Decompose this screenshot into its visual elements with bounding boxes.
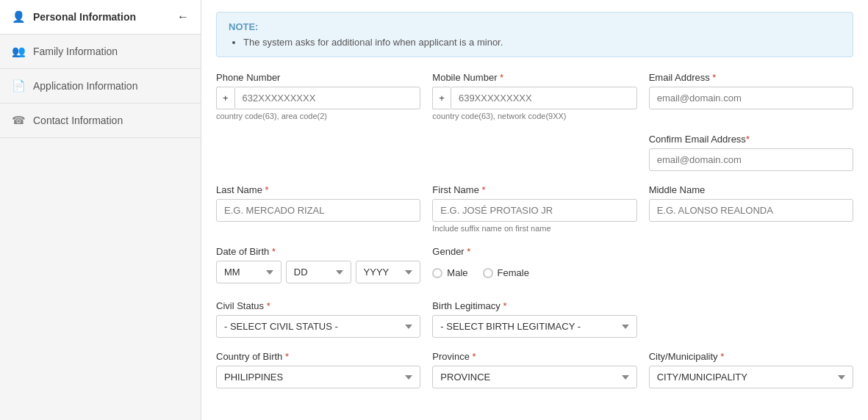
name-fields-row: Last Name * First Name * Include suffix … [216,184,853,233]
last-name-label: Last Name * [216,184,420,195]
sidebar-label-personal: Personal Information [33,11,136,23]
dob-selects: MM 01020304 05060708 09101112 DD YYYY [216,261,420,283]
application-icon: 📄 [12,79,26,93]
phone-icon: ☎ [12,114,26,127]
civil-status-label: Civil Status * [216,300,420,311]
sidebar-label-family: Family Information [33,46,118,57]
sidebar-label-contact: Contact Information [33,115,123,126]
country-birth-label: Country of Birth * [216,351,420,362]
mobile-number-group: Mobile Number * + country code(63), netw… [432,72,636,120]
email-input[interactable] [649,87,853,109]
country-birth-select[interactable]: PHILIPPINES [216,366,420,388]
middle-name-label: Middle Name [649,184,853,195]
dob-group: Date of Birth * MM 01020304 05060708 091… [216,246,420,287]
mobile-input-wrapper: + [432,87,636,109]
sidebar-label-application: Application Information [33,80,137,92]
gender-options: Male Female [432,262,636,287]
last-name-input[interactable] [216,199,420,222]
gender-label: Gender * [432,246,636,257]
phone-number-group: Phone Number + country code(63), area co… [216,72,420,120]
phone-hint: country code(63), area code(2) [216,112,420,120]
confirm-email-label: Confirm Email Address* [649,134,853,145]
phone-input-wrapper: + [216,87,420,109]
male-radio[interactable] [432,268,442,278]
confirm-email-row: Confirm Email Address* [216,134,853,171]
first-name-group: First Name * Include suffix name on firs… [432,184,636,233]
family-icon: 👥 [12,45,26,58]
gender-male-option[interactable]: Male [432,267,467,278]
mobile-number-label: Mobile Number * [432,72,636,83]
sidebar-item-family[interactable]: 👥 Family Information [0,35,201,69]
first-name-input[interactable] [432,199,636,222]
sidebar-item-application[interactable]: 📄 Application Information [0,69,201,104]
confirm-email-input[interactable] [649,148,853,171]
birth-legitimacy-label: Birth Legitimacy * [432,300,636,311]
note-item: The system asks for additional info when… [243,37,841,48]
gender-group: Gender * Male Female [432,246,636,287]
sidebar-item-contact[interactable]: ☎ Contact Information [0,104,201,138]
sidebar: 👤 Personal Information ← 👥 Family Inform… [0,0,201,420]
birth-legitimacy-group: Birth Legitimacy * - SELECT BIRTH LEGITI… [432,300,636,338]
female-radio[interactable] [483,268,493,278]
year-select[interactable]: YYYY [356,261,421,283]
city-municipality-select[interactable]: CITY/MUNICIPALITY [649,366,853,388]
dob-gender-row: Date of Birth * MM 01020304 05060708 091… [216,246,853,287]
note-box: NOTE: The system asks for additional inf… [216,12,853,57]
main-content: NOTE: The system asks for additional inf… [201,0,868,420]
last-name-group: Last Name * [216,184,420,233]
civil-status-select[interactable]: - SELECT CIVIL STATUS - Single Married W… [216,315,420,338]
note-list: The system asks for additional info when… [229,37,841,48]
male-label: Male [447,267,467,278]
gender-female-option[interactable]: Female [483,267,529,278]
note-title: NOTE: [229,21,841,32]
month-select[interactable]: MM 01020304 05060708 09101112 [216,261,281,283]
middle-name-group: Middle Name [649,184,853,233]
middle-name-input[interactable] [649,199,853,222]
country-birth-group: Country of Birth * PHILIPPINES [216,351,420,388]
phone-prefix: + [216,87,234,109]
city-municipality-group: City/Municipality * CITY/MUNICIPALITY [649,351,853,388]
sidebar-item-personal[interactable]: 👤 Personal Information ← [0,0,201,35]
civil-legitimacy-row: Civil Status * - SELECT CIVIL STATUS - S… [216,300,853,338]
location-row: Country of Birth * PHILIPPINES Province … [216,351,853,388]
birth-legitimacy-select[interactable]: - SELECT BIRTH LEGITIMACY - Legitimate I… [432,315,636,338]
mobile-hint: country code(63), network code(9XX) [432,112,636,120]
female-label: Female [498,267,529,278]
civil-status-group: Civil Status * - SELECT CIVIL STATUS - S… [216,300,420,338]
phone-number-input[interactable] [234,87,421,109]
city-municipality-label: City/Municipality * [649,351,853,362]
confirm-email-group: Confirm Email Address* [649,134,853,171]
province-select[interactable]: PROVINCE [432,366,636,388]
back-arrow-icon: ← [177,10,189,23]
province-label: Province * [432,351,636,362]
contact-fields-row: Phone Number + country code(63), area co… [216,72,853,120]
mobile-prefix: + [432,87,451,109]
first-name-hint: Include suffix name on first name [432,224,636,233]
dob-label: Date of Birth * [216,246,420,257]
email-group: Email Address * [649,72,853,120]
day-select[interactable]: DD [286,261,351,283]
phone-number-label: Phone Number [216,72,420,83]
mobile-number-input[interactable] [451,87,637,109]
person-icon: 👤 [12,10,26,23]
email-label: Email Address * [649,72,853,83]
first-name-label: First Name * [432,184,636,195]
province-group: Province * PROVINCE [432,351,636,388]
